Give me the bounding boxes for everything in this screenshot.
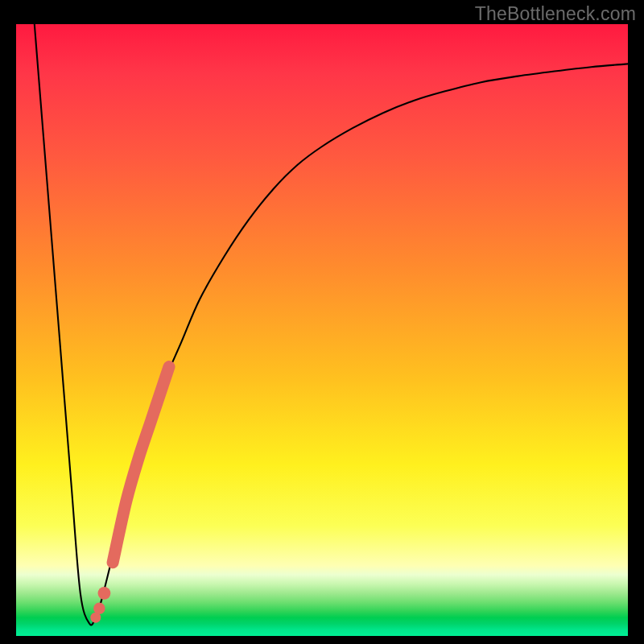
highlight-dot — [93, 603, 105, 614]
chart-frame: TheBottleneck.com — [0, 0, 644, 644]
highlight-segment — [90, 367, 169, 623]
highlight-dot — [98, 587, 111, 600]
plot-area — [16, 24, 628, 636]
watermark-text: TheBottleneck.com — [475, 3, 636, 25]
highlight-thick — [113, 367, 169, 563]
curve-layer — [16, 24, 628, 636]
